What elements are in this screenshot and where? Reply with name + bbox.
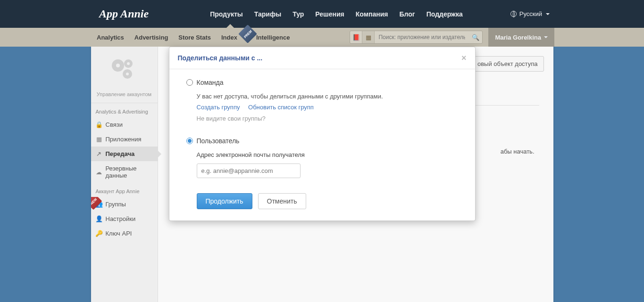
radio-group-user: Пользователь Адрес электронной почты пол…	[186, 137, 462, 178]
create-group-link[interactable]: Создать группу	[197, 104, 240, 111]
refresh-groups-link[interactable]: Обновить список групп	[248, 104, 314, 111]
close-icon[interactable]: ×	[461, 54, 467, 62]
modal-actions: Продолжить Отменить	[186, 193, 462, 209]
share-modal: Поделиться данными с ... × Команда У вас…	[169, 47, 476, 221]
email-input[interactable]	[197, 163, 301, 178]
radio-group-team: Команда У вас нет доступа, чтобы делитьс…	[186, 79, 462, 124]
modal-overlay: Поделиться данными с ... × Команда У вас…	[0, 0, 644, 302]
modal-body: Команда У вас нет доступа, чтобы делитьс…	[169, 69, 475, 220]
cancel-button[interactable]: Отменить	[258, 193, 306, 209]
radio-team[interactable]	[186, 79, 193, 86]
modal-title: Поделиться данными с ...	[178, 54, 263, 62]
user-detail: Адрес электронной почты получателя	[186, 149, 462, 178]
radio-user[interactable]	[186, 138, 193, 144]
not-seeing-text: Не видите свои группы?	[197, 113, 462, 124]
email-label: Адрес электронной почты получателя	[197, 149, 462, 160]
radio-team-label: Команда	[197, 79, 224, 86]
modal-header: Поделиться данными с ... ×	[169, 47, 475, 69]
radio-user-label: Пользователь	[197, 137, 240, 145]
continue-button[interactable]: Продолжить	[197, 193, 252, 209]
team-detail: У вас нет доступа, чтобы делиться данным…	[186, 91, 462, 124]
team-no-access-text: У вас нет доступа, чтобы делиться данным…	[197, 91, 462, 102]
